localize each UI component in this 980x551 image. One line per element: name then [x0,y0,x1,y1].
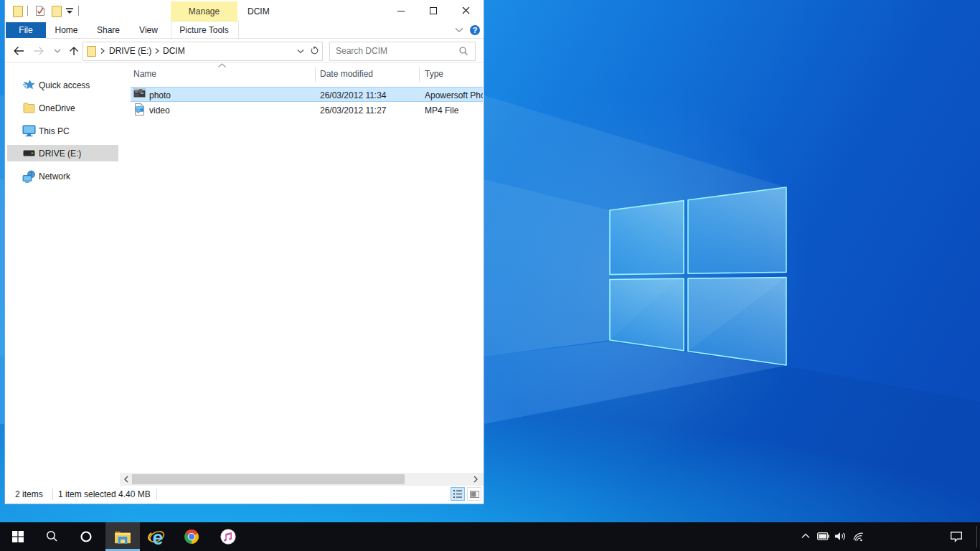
svg-text:e: e [152,527,163,547]
